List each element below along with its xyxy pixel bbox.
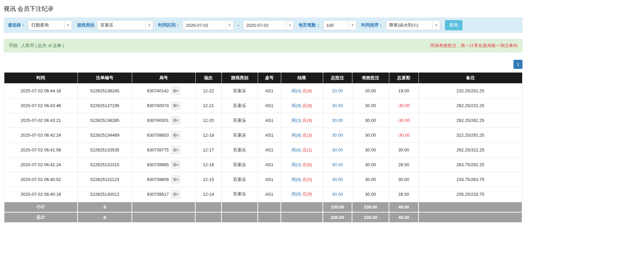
result-banker: 庄(9) bbox=[302, 191, 312, 196]
table-body: 2025-07-02 06:44:18 522625138245 6307401… bbox=[4, 84, 522, 202]
filter-bar: 请选择： 日期查询 ▼ 游戏类别 百家乐 ▼ 时间区间： 2025-07-02 … bbox=[4, 17, 523, 33]
cell-table-no: AS1 bbox=[258, 128, 281, 143]
total-bet-link[interactable]: 30.00 bbox=[332, 192, 343, 197]
cell-result: 闲(8) 庄(3) bbox=[281, 128, 323, 143]
video-replay-button[interactable] bbox=[171, 161, 180, 169]
total-bet-link[interactable]: 30.00 bbox=[332, 177, 343, 182]
date-to-input[interactable]: 2025-07-02 ▼ bbox=[243, 20, 294, 30]
cell-game-type: 百家乐 bbox=[221, 172, 258, 187]
total-bet-link[interactable]: 30.00 bbox=[332, 103, 343, 108]
cell-session: 12-17 bbox=[195, 143, 221, 157]
video-replay-button[interactable] bbox=[171, 176, 180, 183]
cell-valid-bet: 20.00 bbox=[352, 84, 389, 98]
cell-note: 263.75/292.25 bbox=[418, 157, 522, 172]
date-from-value: 2025-07-02 bbox=[183, 20, 226, 30]
video-replay-button[interactable] bbox=[171, 102, 180, 109]
chevron-down-icon[interactable]: ▼ bbox=[286, 20, 294, 30]
total-bet-link[interactable]: 30.00 bbox=[332, 147, 343, 152]
game-type-label: 游戏类别 bbox=[77, 22, 94, 28]
total-bet-link[interactable]: 30.00 bbox=[332, 133, 343, 138]
round-number: 630740074 bbox=[147, 103, 169, 108]
date-from-input[interactable]: 2025-07-02 ▼ bbox=[183, 20, 234, 30]
result-player: 闲(8) bbox=[292, 147, 301, 152]
cell-table-no: AS1 bbox=[258, 187, 281, 202]
game-type-select[interactable]: 百家乐 ▼ bbox=[97, 20, 153, 30]
cell-result: 闲(8) 庄(0) bbox=[281, 172, 323, 187]
chevron-down-icon[interactable]: ▼ bbox=[226, 20, 233, 30]
total-bet-link[interactable]: 30.00 bbox=[332, 162, 343, 167]
cell-note: 262.25/232.25 bbox=[418, 98, 522, 113]
sort-select[interactable]: 降幂(由大到小) ▼ bbox=[386, 20, 440, 30]
payout-value: 19.00 bbox=[398, 88, 409, 93]
col-header-bet-id: 注单编号 bbox=[78, 73, 132, 84]
table-row: 2025-07-02 06:42:24 522625134469 6307398… bbox=[4, 128, 522, 143]
result-player: 闲(8) bbox=[292, 133, 301, 138]
cell-time: 2025-07-02 06:40:52 bbox=[4, 172, 78, 187]
cell-note: 233.75/263.75 bbox=[418, 172, 522, 187]
video-camera-icon bbox=[173, 133, 179, 137]
subtotal-empty bbox=[281, 202, 323, 212]
grand-total-empty bbox=[418, 212, 522, 223]
chevron-down-icon[interactable]: ▼ bbox=[64, 20, 72, 30]
table-header-row: 时间 注单编号 局号 场次 游戏类别 桌号 结果 总投注 有效投注 总派彩 备注 bbox=[4, 73, 522, 84]
cell-total-bet: 20.00 bbox=[323, 84, 352, 98]
cell-bet-id: 522625133535 bbox=[78, 143, 132, 157]
summary-bar: 币别 : 人民币 | 总共 :8 注单 | 同局有效投注，统一计算在该局第一张注… bbox=[4, 39, 523, 52]
payout-value: -30.00 bbox=[398, 133, 410, 138]
result-banker: 庄(8) bbox=[302, 88, 312, 93]
video-replay-button[interactable] bbox=[171, 190, 180, 198]
per-page-select[interactable]: 100 ▼ bbox=[323, 20, 357, 30]
cell-total-bet: 30.00 bbox=[323, 128, 352, 143]
valid-bet-notice: 同局有效投注，统一计算在该局第一张注单内 bbox=[430, 43, 517, 49]
video-replay-button[interactable] bbox=[171, 87, 180, 95]
cell-valid-bet: 30.00 bbox=[352, 172, 389, 187]
query-type-value: 日期查询 bbox=[28, 20, 64, 30]
cell-game-type: 百家乐 bbox=[221, 98, 258, 113]
result-banker: 庄(6) bbox=[302, 162, 312, 167]
cell-total-bet: 30.00 bbox=[323, 143, 352, 157]
subtotal-valid-bet: 230.00 bbox=[352, 202, 389, 212]
query-type-select[interactable]: 日期查询 ▼ bbox=[28, 20, 72, 30]
cell-session: 12-22 bbox=[195, 84, 221, 98]
cell-note: 292.25/322.25 bbox=[418, 143, 522, 157]
cell-session: 12-20 bbox=[195, 113, 221, 128]
grand-total-total-bet: 230.00 bbox=[323, 212, 352, 223]
total-bet-link[interactable]: 20.00 bbox=[332, 88, 343, 93]
payout-value: -30.00 bbox=[398, 118, 410, 123]
cell-bet-id: 522625132315 bbox=[78, 157, 132, 172]
cell-game-type: 百家乐 bbox=[221, 143, 258, 157]
cell-payout: -30.00 bbox=[389, 98, 418, 113]
cell-bet-id: 522625138245 bbox=[78, 84, 132, 98]
chevron-down-icon[interactable]: ▼ bbox=[349, 20, 356, 30]
col-header-result: 结果 bbox=[281, 73, 323, 84]
table-row: 2025-07-02 06:43:21 522625136285 6307400… bbox=[4, 113, 522, 128]
cell-session: 12-15 bbox=[195, 172, 221, 187]
search-button[interactable]: 查询 bbox=[445, 20, 462, 30]
total-bet-link[interactable]: 30.00 bbox=[332, 118, 343, 123]
result-player: 闲(9) bbox=[292, 103, 301, 108]
table-row: 2025-07-02 06:41:24 522625132315 6307396… bbox=[4, 157, 522, 172]
grand-total-empty bbox=[221, 212, 258, 223]
cell-valid-bet: 30.00 bbox=[352, 128, 389, 143]
chevron-down-icon[interactable]: ▼ bbox=[145, 20, 153, 30]
result-player: 闲(0) bbox=[292, 162, 301, 167]
sort-value: 降幂(由大到小) bbox=[386, 20, 432, 30]
pagination-page-1[interactable]: 1 bbox=[513, 60, 523, 69]
payout-value: 28.50 bbox=[398, 192, 409, 197]
video-replay-button[interactable] bbox=[171, 131, 180, 139]
result-banker: 庄(0) bbox=[302, 177, 312, 182]
video-replay-button[interactable] bbox=[171, 146, 180, 154]
cell-session: 12-16 bbox=[195, 157, 221, 172]
col-header-note: 备注 bbox=[418, 73, 522, 84]
cell-note: 232.25/251.25 bbox=[418, 84, 522, 98]
subtotal-count: 8 bbox=[78, 202, 132, 212]
chevron-down-icon[interactable]: ▼ bbox=[432, 20, 440, 30]
result-player: 闲(4) bbox=[292, 88, 301, 93]
grand-total-empty bbox=[195, 212, 221, 223]
cell-time: 2025-07-02 06:41:58 bbox=[4, 143, 78, 157]
cell-payout: -30.00 bbox=[389, 128, 418, 143]
currency-total-text: 币别 : 人民币 | 总共 :8 注单 | bbox=[9, 43, 64, 49]
cell-payout: 30.00 bbox=[389, 172, 418, 187]
video-replay-button[interactable] bbox=[171, 117, 180, 124]
col-header-valid-bet: 有效投注 bbox=[352, 73, 389, 84]
